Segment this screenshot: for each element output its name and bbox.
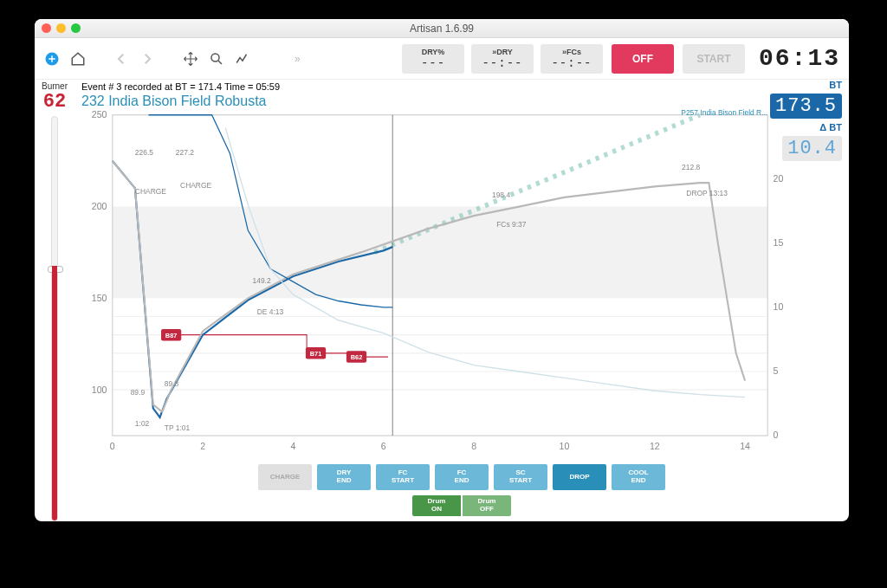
phase-button[interactable]: SCSTART (494, 464, 547, 490)
svg-text:20: 20 (774, 173, 784, 184)
chart-svg: 100150200250051015202502468101214226.522… (83, 109, 797, 459)
burner-knob[interactable] (48, 266, 63, 273)
back-icon[interactable] (113, 50, 130, 68)
svg-text:P257 India Bison Field R...: P257 India Bison Field R... (681, 109, 767, 117)
window-title: Artisan 1.6.99 (35, 23, 849, 35)
phase-button[interactable]: FCSTART (376, 464, 430, 490)
svg-text:CHARGE: CHARGE (180, 181, 211, 190)
svg-text:6: 6 (381, 440, 386, 450)
readout-value: --:-- (551, 56, 592, 70)
drum-buttons: DrumON DrumOFF (74, 495, 849, 521)
titlebar: Artisan 1.6.99 (35, 19, 849, 38)
svg-text:200: 200 (92, 201, 107, 211)
drum-on-button[interactable]: DrumON (412, 495, 461, 516)
svg-text:8: 8 (471, 440, 476, 450)
svg-text:15: 15 (774, 237, 784, 248)
bt-label: BT (829, 80, 842, 90)
drum-off-button[interactable]: DrumOFF (463, 495, 511, 516)
svg-text:DROP 13:13: DROP 13:13 (686, 189, 728, 197)
main-area: BT 173.5 Δ BT 10.4 Event # 3 recorded at… (74, 80, 849, 521)
dbt-label: Δ BT (819, 122, 842, 132)
add-icon[interactable] (43, 50, 61, 68)
svg-text:4: 4 (291, 440, 296, 450)
graph-icon[interactable] (234, 50, 251, 68)
svg-text:10: 10 (774, 301, 784, 312)
svg-text:B62: B62 (351, 353, 363, 361)
app-window: Artisan 1.6.99 » DRY%---»DRY--:--»FCs--:… (35, 19, 849, 521)
svg-text:0: 0 (774, 430, 779, 440)
readout-label: »FCs (562, 48, 581, 56)
svg-text:10: 10 (560, 440, 570, 450)
bt-value: 173.5 (770, 94, 842, 119)
svg-point-1 (211, 54, 219, 61)
readout-label: »DRY (492, 48, 513, 56)
svg-text:14: 14 (740, 440, 750, 450)
off-button[interactable]: OFF (612, 44, 674, 74)
svg-text:227.2: 227.2 (176, 148, 194, 157)
forward-icon[interactable] (139, 50, 156, 68)
body: Burner 62 BT 173.5 Δ BT 10.4 Event # 3 r… (35, 80, 849, 521)
status-line: Event # 3 recorded at BT = 171.4 Time = … (74, 80, 849, 94)
toolbar: » DRY%---»DRY--:--»FCs--:-- OFF START 06… (35, 38, 849, 80)
svg-rect-2 (113, 207, 767, 299)
svg-text:149.2: 149.2 (253, 276, 271, 285)
chart-title: 232 India Bison Field Robusta (74, 94, 849, 109)
svg-text:226.5: 226.5 (135, 148, 153, 157)
svg-text:DE 4:13: DE 4:13 (257, 307, 284, 316)
svg-text:89.8: 89.8 (165, 379, 179, 388)
svg-text:B87: B87 (165, 332, 178, 339)
svg-text:250: 250 (92, 109, 107, 120)
phase-buttons: CHARGEDRYENDFCSTARTFCENDSCSTARTDROPCOOLE… (74, 459, 849, 495)
burner-column: Burner 62 (35, 80, 74, 521)
phase-button[interactable]: DRYEND (317, 464, 371, 490)
readout-value: --:-- (482, 56, 522, 70)
svg-text:FCs 9:37: FCs 9:37 (496, 220, 526, 229)
right-lcds: BT 173.5 Δ BT 10.4 (770, 80, 842, 161)
svg-text:1:02: 1:02 (135, 419, 150, 428)
readout-value: --- (421, 56, 445, 70)
readouts: DRY%---»DRY--:--»FCs--:-- (402, 44, 603, 74)
svg-text:B71: B71 (310, 350, 322, 358)
svg-text:212.8: 212.8 (682, 163, 700, 171)
burner-slider[interactable] (51, 116, 58, 521)
timer-display: 06:13 (759, 45, 840, 72)
svg-text:2: 2 (200, 440, 205, 450)
home-icon[interactable] (69, 50, 87, 68)
svg-text:12: 12 (650, 440, 660, 450)
move-icon[interactable] (182, 50, 199, 68)
svg-text:5: 5 (774, 365, 779, 376)
burner-label: Burner (42, 81, 68, 91)
readout: »FCs--:-- (541, 44, 603, 74)
svg-text:198.4: 198.4 (492, 191, 510, 199)
svg-text:0: 0 (110, 440, 115, 450)
dbt-value: 10.4 (782, 136, 842, 161)
svg-text:TP 1:01: TP 1:01 (165, 423, 191, 431)
zoom-icon[interactable] (208, 50, 225, 68)
start-button[interactable]: START (683, 44, 745, 74)
phase-button[interactable]: FCEND (435, 464, 489, 490)
phase-button[interactable]: CHARGE (258, 464, 312, 490)
readout: DRY%--- (402, 44, 464, 74)
svg-text:CHARGE: CHARGE (135, 186, 166, 195)
svg-text:100: 100 (92, 384, 107, 394)
expand-icon[interactable]: » (295, 53, 301, 65)
burner-value: 62 (43, 91, 66, 113)
svg-text:150: 150 (92, 292, 107, 302)
svg-text:89.9: 89.9 (131, 388, 146, 397)
readout-label: DRY% (422, 48, 445, 56)
phase-button[interactable]: DROP (553, 464, 606, 490)
chart[interactable]: 100150200250051015202502468101214226.522… (83, 109, 797, 459)
phase-button[interactable]: COOLEND (612, 464, 665, 490)
readout: »DRY--:-- (471, 44, 534, 74)
